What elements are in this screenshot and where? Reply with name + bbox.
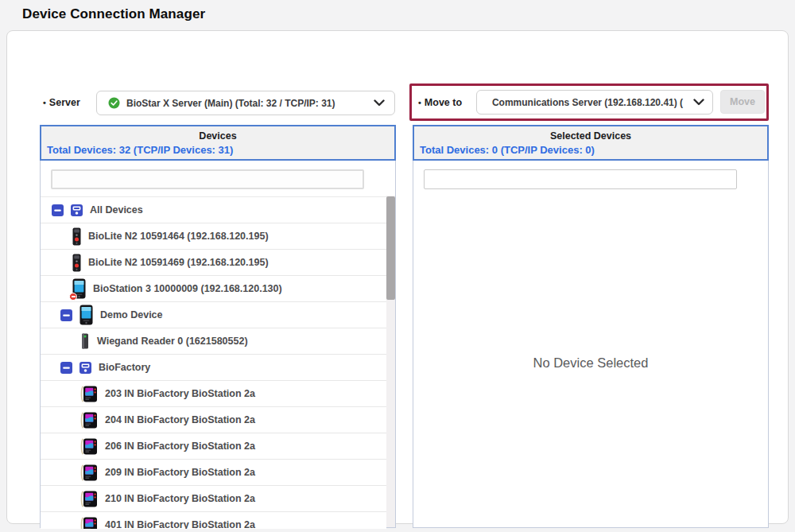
device-label: Demo Device (100, 309, 163, 320)
biostation-2a-icon (80, 491, 98, 507)
tree-group-row[interactable]: Demo Device (41, 302, 386, 328)
biostation-3-disabled-icon (72, 278, 86, 299)
move-button[interactable]: Move (720, 90, 765, 114)
chevron-down-icon (374, 99, 385, 107)
device-label: 204 IN BioFactory BioStation 2a (105, 414, 255, 425)
device-label: 209 IN BioFactory BioStation 2a (105, 467, 255, 478)
biolite-n2-icon (72, 227, 81, 246)
required-bullet: • (418, 99, 421, 107)
tree-device-row[interactable]: 401 IN BioFactory BioStation 2a (41, 512, 386, 529)
device-label: Wiegand Reader 0 (1621580552) (97, 336, 248, 347)
devices-panel-header: Devices Total Devices: 32 (TCP/IP Device… (40, 125, 396, 161)
devices-panel: Devices Total Devices: 32 (TCP/IP Device… (40, 125, 396, 528)
tree-device-row[interactable]: 210 IN BioFactory BioStation 2a (41, 486, 386, 512)
scrollbar-thumb[interactable] (386, 196, 395, 300)
device-label: BioLite N2 10591464 (192.168.120.195) (88, 231, 269, 242)
tree-device-row[interactable]: BioLite N2 10591464 (192.168.120.195) (41, 223, 386, 250)
move-to-label: • Move to (418, 97, 462, 108)
tree-device-row[interactable]: 203 IN BioFactory BioStation 2a (41, 381, 386, 407)
green-check-circle-icon (108, 97, 120, 109)
server-select-value: BioStar X Server (Main) (Total: 32 / TCP… (126, 98, 369, 109)
scrollbar-track[interactable] (386, 196, 395, 527)
biostation-2a-icon (80, 438, 98, 455)
chevron-down-icon (693, 99, 704, 106)
main-card: • Server BioStar X Server (Main) (Total:… (6, 30, 789, 524)
collapse-minus-icon[interactable] (60, 362, 72, 374)
tree-device-row[interactable]: 204 IN BioFactory BioStation 2a (41, 407, 386, 433)
selected-panel-title: Selected Devices (414, 126, 767, 142)
device-label: 206 IN BioFactory BioStation 2a (105, 441, 255, 452)
server-label-text: Server (49, 97, 80, 108)
selected-panel-body: No Device Selected (413, 161, 768, 529)
devices-panel-body: All Devices BioLite N2 10591464 (192.168… (41, 161, 395, 529)
device-label: All Devices (90, 204, 143, 216)
biostation-2a-icon (80, 386, 98, 402)
devices-search-input[interactable] (51, 169, 364, 189)
move-to-select[interactable]: Communications Server (192.168.120.41) ( (476, 90, 713, 115)
selected-panel-header: Selected Devices Total Devices: 0 (TCP/I… (413, 125, 769, 161)
devices-panel-title: Devices (41, 126, 394, 142)
tree-group-row[interactable]: BioFactory (41, 355, 386, 381)
device-label: 210 IN BioFactory BioStation 2a (105, 493, 255, 504)
selected-panel-total: Total Devices: 0 (TCP/IP Devices: 0) (414, 142, 767, 156)
move-to-label-text: Move to (425, 97, 462, 108)
device-label: BioFactory (99, 362, 150, 373)
move-to-select-value: Communications Server (192.168.120.41) ( (487, 97, 688, 108)
device-group-icon (71, 204, 83, 216)
device-label: BioStation 3 10000009 (192.168.120.130) (93, 283, 282, 294)
tree-device-row[interactable]: Wiegand Reader 0 (1621580552) (41, 328, 386, 355)
biostation-3-icon (80, 305, 93, 325)
device-label: 401 IN BioFactory BioStation 2a (105, 519, 255, 529)
device-tree: All Devices BioLite N2 10591464 (192.168… (41, 196, 386, 529)
biolite-n2-icon (72, 254, 81, 272)
selected-devices-panel: Selected Devices Total Devices: 0 (TCP/I… (413, 125, 769, 528)
biostation-2a-icon (80, 412, 98, 429)
biostation-2a-icon (80, 464, 98, 481)
biostation-2a-icon (80, 517, 98, 530)
device-label: BioLite N2 10591469 (192.168.120.195) (88, 257, 269, 268)
devices-panel-total: Total Devices: 32 (TCP/IP Devices: 31) (41, 142, 394, 156)
tree-device-row[interactable]: BioLite N2 10591469 (192.168.120.195) (41, 250, 386, 276)
required-bullet: • (43, 99, 46, 107)
wiegand-reader-icon (80, 333, 90, 349)
device-label: 203 IN BioFactory BioStation 2a (105, 388, 255, 399)
page-title: Device Connection Manager (22, 6, 205, 22)
tree-device-row[interactable]: BioStation 3 10000009 (192.168.120.130) (41, 276, 386, 302)
selected-search-input[interactable] (424, 169, 737, 189)
disabled-badge-icon (69, 293, 77, 301)
device-group-icon (80, 362, 91, 374)
tree-group-row[interactable]: All Devices (41, 197, 386, 223)
server-label: • Server (43, 97, 80, 108)
collapse-minus-icon[interactable] (52, 204, 64, 216)
tree-device-row[interactable]: 209 IN BioFactory BioStation 2a (41, 460, 386, 486)
tree-device-row[interactable]: 206 IN BioFactory BioStation 2a (41, 433, 386, 460)
device-connection-manager-window: Device Connection Manager • Server BioSt… (0, 0, 795, 532)
collapse-minus-icon[interactable] (60, 309, 72, 321)
server-select[interactable]: BioStar X Server (Main) (Total: 32 / TCP… (96, 91, 395, 115)
empty-state-text: No Device Selected (413, 355, 768, 371)
